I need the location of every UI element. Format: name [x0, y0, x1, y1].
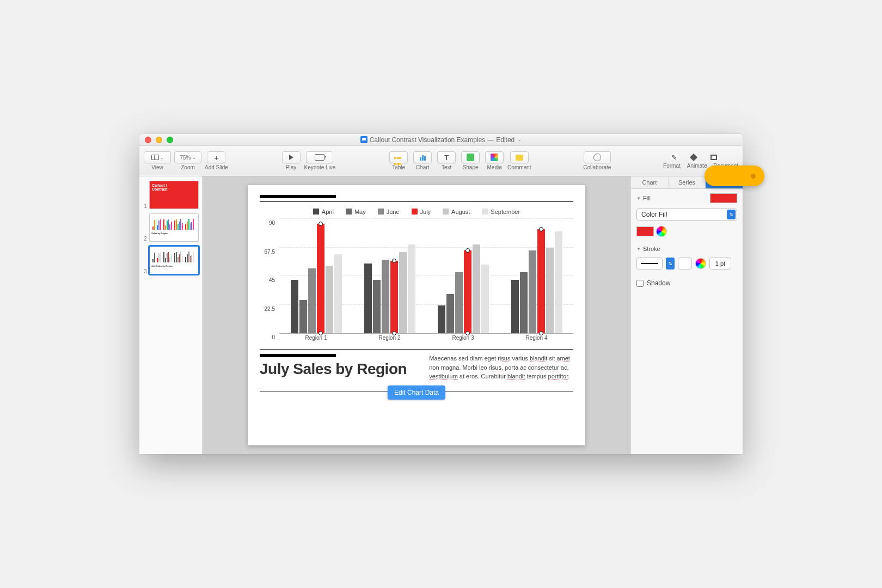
text-button[interactable]: T Text	[436, 151, 457, 170]
legend-item[interactable]: April	[313, 209, 334, 215]
collaborate-icon	[593, 154, 601, 161]
play-button[interactable]: Play	[280, 151, 302, 170]
window-titlebar: Callout Contrast Visualization Examples …	[139, 134, 743, 146]
stroke-color-well[interactable]	[678, 258, 692, 270]
x-axis: Region 1Region 2Region 3Region 4	[279, 335, 573, 345]
bar-may[interactable]	[520, 272, 528, 333]
bar-may[interactable]	[299, 300, 307, 333]
table-icon	[394, 154, 403, 161]
bar-september[interactable]	[334, 254, 342, 333]
window-title: Callout Contrast Visualization Examples	[370, 136, 486, 144]
keynote-live-button[interactable]: Keynote Live	[304, 151, 336, 170]
chart-legend[interactable]: AprilMayJuneJulyAugustSeptember	[260, 209, 573, 215]
disclosure-icon[interactable]: ▼	[636, 196, 641, 201]
legend-item[interactable]: August	[443, 209, 470, 215]
bar-september[interactable]	[481, 265, 489, 333]
bar-group[interactable]	[364, 244, 415, 333]
comment-icon	[516, 155, 523, 161]
zoom-button[interactable]: 75%⌄ Zoom	[174, 151, 201, 170]
decorative-bar	[260, 195, 336, 198]
slide-canvas[interactable]: AprilMayJuneJulyAugustSeptember 022.5456…	[203, 176, 630, 454]
document-icon	[360, 136, 367, 143]
bar-august[interactable]	[399, 252, 407, 333]
stroke-width-stepper[interactable]: 1 pt	[709, 258, 731, 270]
broadcast-icon	[315, 154, 324, 161]
fill-type-select[interactable]: Color Fill ⇅	[636, 209, 737, 220]
tab-chart[interactable]: Chart	[631, 176, 669, 188]
legend-swatch-icon	[313, 209, 319, 215]
legend-item[interactable]: June	[378, 209, 400, 215]
bar-june[interactable]	[529, 250, 536, 333]
edit-chart-data-button[interactable]: Edit Chart Data	[388, 385, 445, 400]
shadow-checkbox-input[interactable]	[636, 280, 644, 287]
fill-color-swatch[interactable]	[710, 193, 737, 203]
legend-item[interactable]: May	[346, 209, 366, 215]
format-button[interactable]: ✎	[671, 154, 691, 162]
shape-button[interactable]: Shape	[460, 151, 481, 170]
bar-april[interactable]	[291, 280, 298, 333]
shadow-checkbox[interactable]: Shadow	[636, 279, 737, 287]
bar-group[interactable]	[511, 229, 562, 333]
bar-july[interactable]	[390, 261, 398, 333]
x-tick-label: Region 2	[378, 335, 400, 345]
chevron-down-icon: ⌄	[192, 155, 196, 160]
body-text[interactable]: Maecenas sed diam eget risus varius blan…	[429, 354, 573, 381]
close-icon[interactable]	[145, 137, 151, 143]
document-button[interactable]	[710, 154, 730, 162]
bar-chart[interactable]: 022.54567.590 Region 1Region 2Region 3Re…	[279, 219, 573, 345]
slide-thumbnail-1[interactable]: Callout / Contrast	[149, 181, 199, 209]
disclosure-icon[interactable]: ▼	[636, 247, 641, 252]
bar-april[interactable]	[438, 305, 445, 333]
slide-title[interactable]: July Sales by Region	[260, 360, 418, 378]
bar-april[interactable]	[364, 264, 372, 333]
slide-thumbnail-3[interactable]: July Sales by Region	[149, 246, 199, 274]
fullscreen-icon[interactable]	[167, 137, 173, 143]
bar-september[interactable]	[408, 244, 415, 333]
view-icon	[151, 155, 159, 160]
legend-item[interactable]: July	[412, 209, 431, 215]
bar-group[interactable]	[291, 224, 342, 333]
brush-icon: ✎	[671, 154, 678, 160]
bar-group[interactable]	[438, 244, 489, 333]
color-wheel-icon[interactable]	[695, 258, 706, 269]
format-inspector: Chart Series Style ▼Fill Color Fill ⇅ ▼S…	[630, 176, 743, 454]
collaborate-button[interactable]: Collaborate	[583, 151, 611, 170]
select-chevron-icon[interactable]: ⇅	[666, 258, 675, 270]
bar-may[interactable]	[446, 294, 454, 333]
slide[interactable]: AprilMayJuneJulyAugustSeptember 022.5456…	[248, 185, 585, 445]
stroke-style-select[interactable]	[636, 258, 663, 270]
view-button[interactable]: ⌄ View	[144, 151, 171, 170]
bar-august[interactable]	[473, 244, 480, 333]
minimize-icon[interactable]	[156, 137, 162, 143]
toolbar: ⌄ View 75%⌄ Zoom + Add Slide Play Keynot…	[139, 146, 743, 176]
color-wheel-icon[interactable]	[656, 226, 667, 237]
media-button[interactable]: Media	[483, 151, 505, 170]
bar-april[interactable]	[511, 280, 519, 333]
slide-thumbnail-2[interactable]: Sales by Region	[149, 213, 199, 242]
slide-navigator[interactable]: 1 Callout / Contrast 2 Sales by Region 3…	[139, 176, 203, 454]
animate-button[interactable]	[691, 154, 710, 162]
annotation-callout	[705, 166, 764, 186]
bar-june[interactable]	[308, 268, 316, 333]
shape-icon	[467, 154, 474, 161]
chart-button[interactable]: Chart	[412, 151, 433, 170]
tab-series[interactable]: Series	[669, 176, 706, 188]
bar-may[interactable]	[373, 280, 381, 333]
bar-july[interactable]	[464, 250, 471, 333]
bar-june[interactable]	[382, 260, 389, 333]
bar-july[interactable]	[537, 229, 545, 333]
bar-june[interactable]	[455, 272, 463, 333]
bar-september[interactable]	[555, 231, 562, 333]
legend-swatch-icon	[443, 209, 449, 215]
play-icon	[289, 155, 293, 160]
bar-july[interactable]	[317, 224, 324, 333]
fill-color-well[interactable]	[636, 226, 654, 236]
legend-item[interactable]: September	[482, 209, 520, 215]
add-slide-button[interactable]: + Add Slide	[205, 151, 228, 170]
bar-august[interactable]	[546, 248, 554, 333]
comment-button[interactable]: Comment	[507, 151, 531, 170]
bar-august[interactable]	[326, 266, 333, 333]
title-chevron-icon[interactable]: ⌄	[518, 137, 522, 142]
y-tick-label: 45	[269, 277, 275, 283]
table-button[interactable]: Table	[388, 151, 409, 170]
